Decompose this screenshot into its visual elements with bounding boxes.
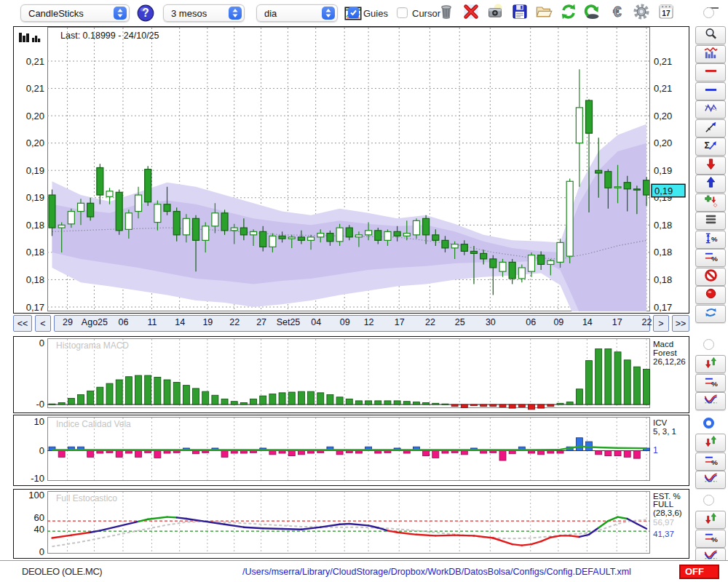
- save-icon: [511, 3, 529, 23]
- x-axis-date-label: 17: [612, 317, 622, 327]
- macd-updown-arrows-button[interactable]: [695, 355, 726, 373]
- x-axis-date-label: Set25: [277, 317, 301, 327]
- x-axis-date-strip[interactable]: 29Ago25061114192227Set250409121722253006…: [54, 315, 650, 332]
- nav-prev-button[interactable]: <: [35, 315, 51, 332]
- x-axis-date-label: 19: [202, 317, 213, 327]
- arrow-up-blue-icon: [704, 175, 718, 192]
- nav-next-button[interactable]: >: [653, 315, 669, 332]
- svg-text:0: 0: [39, 338, 44, 348]
- svg-text:0,21: 0,21: [26, 56, 44, 67]
- nav-first-button[interactable]: <<: [13, 315, 32, 332]
- arrow-down-red-icon: [704, 157, 718, 174]
- svg-text:Forest: Forest: [653, 348, 677, 357]
- icv-lines-percent-button[interactable]: %: [695, 453, 726, 471]
- svg-text:-10: -10: [31, 473, 44, 484]
- help-icon: ?: [137, 4, 154, 22]
- x-axis-date-label: 06: [526, 317, 536, 327]
- macd-curves-button[interactable]: [695, 392, 726, 410]
- chart-type-select[interactable]: CandleSticks: [20, 4, 130, 22]
- red-line-icon: [704, 64, 718, 81]
- currency-button[interactable]: €: [608, 4, 627, 23]
- svg-text:0,18: 0,18: [26, 274, 44, 285]
- icv-select-radio[interactable]: [703, 418, 714, 428]
- lines-percent-icon: %: [704, 453, 718, 470]
- interval-select[interactable]: dia: [256, 4, 338, 22]
- svg-text:(28,3,6): (28,3,6): [653, 509, 682, 517]
- help-button[interactable]: ?: [136, 4, 155, 23]
- x-axis-date-label: 27: [256, 317, 266, 327]
- tool-arrow-down-red-button[interactable]: [695, 156, 726, 175]
- tool-red-line-button[interactable]: [695, 63, 726, 81]
- x-axis-date-label: 22: [642, 317, 652, 327]
- tool-lines-percent-button[interactable]: %: [695, 249, 726, 267]
- tool-zigzag-button[interactable]: [695, 100, 726, 119]
- tool-sync-button[interactable]: [695, 305, 726, 323]
- revert-icon: [584, 3, 601, 23]
- x-axis-date-label: 09: [553, 317, 563, 327]
- calendar-button[interactable]: 17: [657, 4, 676, 23]
- icv-updown-arrows-button[interactable]: [695, 434, 726, 452]
- blue-line-icon: [704, 83, 718, 100]
- tool-sigma-trend-button[interactable]: Σ: [695, 137, 726, 156]
- macd-panel: Histograma MACD0-0MacdForest26,12,26: [13, 336, 689, 413]
- macd-select-radio[interactable]: [703, 339, 714, 350]
- tool-forbidden-button[interactable]: [695, 268, 726, 286]
- revert-button[interactable]: [583, 4, 602, 23]
- stochastic-select-radio[interactable]: [703, 495, 714, 506]
- updown-arrows-icon: [704, 356, 718, 372]
- stochastic-updown-arrows-button[interactable]: [695, 511, 726, 529]
- forbidden-icon: [704, 268, 718, 285]
- open-button[interactable]: [534, 4, 553, 23]
- lines-percent-icon: %: [704, 375, 718, 391]
- tool-add-marker-button[interactable]: [695, 194, 726, 212]
- x-axis-date-label: 12: [364, 317, 374, 327]
- tool-blue-line-button[interactable]: [695, 82, 726, 100]
- nav-last-button[interactable]: >>: [672, 315, 689, 332]
- tool-record-button[interactable]: [695, 286, 726, 304]
- save-button[interactable]: [510, 4, 529, 23]
- icv-curves-button[interactable]: [695, 471, 726, 489]
- svg-text:0,17: 0,17: [26, 302, 44, 313]
- svg-text:60: 60: [34, 512, 44, 523]
- svg-text:0,21: 0,21: [26, 83, 44, 94]
- tool-range-percent-button[interactable]: %: [695, 231, 726, 249]
- off-toggle-badge[interactable]: OFF: [679, 565, 719, 579]
- x-axis-date-label: 06: [119, 317, 129, 327]
- chart-type-value: CandleSticks: [28, 8, 84, 19]
- stochastic-lines-percent-button[interactable]: %: [695, 530, 726, 548]
- refresh-icon: [560, 3, 577, 23]
- delete-data-button[interactable]: [437, 4, 456, 23]
- svg-text:0,19: 0,19: [654, 186, 673, 196]
- main-chart-select-radio[interactable]: [703, 7, 714, 18]
- tool-list-button[interactable]: [695, 212, 726, 230]
- guides-checkbox-label: Guies: [363, 8, 388, 19]
- period-select[interactable]: 3 mesos: [163, 4, 245, 22]
- x-axis-date-label: 11: [147, 317, 157, 327]
- tool-zoom-button[interactable]: [695, 26, 726, 44]
- symbol-label: DEOLEO (OLE.MC): [22, 566, 102, 577]
- x-axis-date-label: 14: [582, 317, 593, 327]
- open-folder-icon: [535, 3, 553, 23]
- period-value: 3 mesos: [171, 8, 207, 19]
- macd-lines-percent-button[interactable]: %: [695, 374, 726, 392]
- settings-button[interactable]: [632, 4, 651, 23]
- main-price-panel: 0,210,210,210,210,200,200,200,200,190,19…: [13, 26, 689, 314]
- x-axis-nav-strip: <<<29Ago25061114192227Set250409121722253…: [13, 315, 689, 332]
- tool-arrow-up-blue-button[interactable]: [695, 175, 726, 193]
- calendar-icon: 17: [657, 3, 675, 23]
- svg-text:0,18: 0,18: [654, 247, 672, 258]
- cursor-checkbox[interactable]: [397, 7, 408, 18]
- tool-price-histogram-button[interactable]: [695, 45, 726, 63]
- snapshot-button[interactable]: [486, 4, 505, 23]
- guides-checkbox[interactable]: [348, 7, 359, 18]
- trend-arrow-icon: [704, 120, 718, 137]
- svg-text:%: %: [711, 535, 717, 543]
- x-axis-date-label: 09: [340, 317, 350, 327]
- svg-text:ICV: ICV: [653, 418, 668, 427]
- delete-x-icon: [462, 3, 480, 23]
- chevron-up-down-icon: [114, 7, 127, 20]
- refresh-button[interactable]: [559, 4, 578, 23]
- svg-text:%: %: [711, 235, 717, 243]
- tool-trend-arrow-button[interactable]: [695, 119, 726, 137]
- remove-button[interactable]: [462, 4, 480, 23]
